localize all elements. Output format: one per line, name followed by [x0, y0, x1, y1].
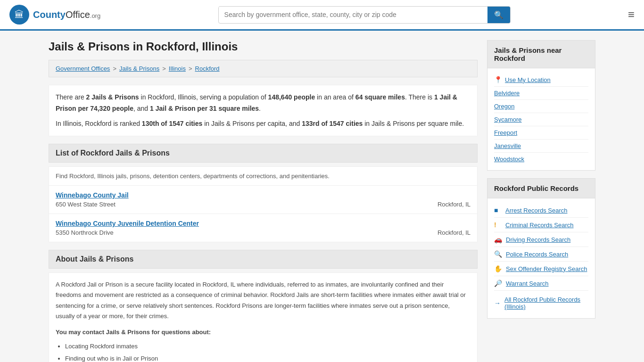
contact-heading: You may contact Jails & Prisons for ques… [56, 329, 211, 336]
location-sycamore: Sycamore [494, 113, 588, 126]
stats-paragraph-1: There are 2 Jails & Prisons in Rockford,… [56, 92, 471, 115]
all-records-row: → All Rockford Public Records (Illinois) [494, 293, 588, 313]
breadcrumb-rockford[interactable]: Rockford [195, 65, 220, 72]
location-woodstock: Woodstock [494, 153, 588, 165]
belvidere-link[interactable]: Belvidere [494, 90, 520, 97]
location-janesville: Janesville [494, 140, 588, 153]
arrest-icon: ■ [494, 206, 502, 214]
location-belvidere: Belvidere [494, 87, 588, 100]
site-header: 🏛 CountyOffice.org 🔍 ≡ [0, 0, 644, 31]
about-section-header: About Jails & Prisons [49, 250, 478, 269]
warrant-link[interactable]: Warrant Search [506, 280, 549, 287]
jail-city-1: Rockford, IL [438, 201, 471, 208]
freeport-link[interactable]: Freeport [494, 129, 517, 136]
stats-count: 2 [86, 93, 90, 101]
logo-text: CountyOffice.org [33, 9, 100, 20]
about-body: A Rockford Jail or Prison is a secure fa… [56, 280, 471, 321]
woodstock-link[interactable]: Woodstock [494, 156, 524, 163]
breadcrumb-sep-1: > [113, 65, 116, 72]
jails-nearby-content: 📍 Use My Location Belvidere Oregon Sycam… [487, 68, 595, 170]
stats-city: Rockford, Illinois [148, 93, 196, 101]
jails-nearby-title: Jails & Prisons near Rockford [487, 41, 595, 68]
stats-population: 148,640 people [268, 93, 315, 101]
jail-city-2: Rockford, IL [438, 229, 471, 236]
police-icon: 🔍 [494, 250, 502, 258]
stats-rank-sqmile: 133rd of 1547 cities [302, 120, 363, 127]
criminal-icon: ! [494, 221, 502, 229]
about-section: A Rockford Jail or Prison is a secure fa… [49, 272, 478, 362]
criminal-records-link[interactable]: Criminal Records Search [505, 222, 574, 229]
jail-entry-1: Winnebago County Jail 650 West State Str… [49, 186, 477, 214]
breadcrumb: Government Offices > Jails & Prisons > I… [49, 60, 478, 77]
jail-address-1: 650 West State Street [56, 201, 116, 208]
oregon-link[interactable]: Oregon [494, 103, 514, 110]
logo-icon: 🏛 [9, 5, 29, 25]
all-records-link[interactable]: All Rockford Public Records (Illinois) [504, 296, 588, 310]
contact-item-1: Locating Rockford inmates [65, 341, 471, 352]
jail-address-row-1: 650 West State Street Rockford, IL [56, 201, 471, 208]
jails-nearby-box: Jails & Prisons near Rockford 📍 Use My L… [487, 40, 595, 171]
breadcrumb-illinois[interactable]: Illinois [169, 65, 186, 72]
stats-per-sqmile: 1 Jail & Prison per 31 square miles [150, 105, 259, 112]
logo[interactable]: 🏛 CountyOffice.org [9, 5, 100, 25]
record-police: 🔍 Police Records Search [494, 247, 588, 262]
stats-section: There are 2 Jails & Prisons in Rockford,… [49, 85, 478, 136]
stats-category: Jails & Prisons [91, 93, 139, 101]
right-sidebar: Jails & Prisons near Rockford 📍 Use My L… [487, 40, 595, 362]
jail-address-row-2: 5350 Northrock Drive Rockford, IL [56, 229, 471, 236]
breadcrumb-jails-prisons[interactable]: Jails & Prisons [119, 65, 159, 72]
public-records-content: ■ Arrest Records Search ! Criminal Recor… [487, 198, 595, 318]
warrant-icon: 🔎 [494, 280, 502, 287]
contact-list: Locating Rockford inmates Finding out wh… [65, 341, 471, 362]
jail-entry-2: Winnebago County Juvenile Detention Cent… [49, 214, 477, 242]
use-location-row: 📍 Use My Location [494, 73, 588, 87]
sex-offender-link[interactable]: Sex Offender Registry Search [506, 265, 587, 272]
driving-records-link[interactable]: Driving Records Search [506, 236, 570, 243]
jails-intro: Find Rockford, Illinois jails, prisons, … [49, 167, 477, 186]
left-content: Jails & Prisons in Rockford, Illinois Go… [49, 40, 478, 362]
main-container: Jails & Prisons in Rockford, Illinois Go… [39, 31, 605, 362]
sex-offender-icon: ✋ [494, 265, 502, 272]
jail-name-1[interactable]: Winnebago County Jail [56, 191, 471, 199]
record-warrant: 🔎 Warrant Search [494, 276, 588, 291]
page-title: Jails & Prisons in Rockford, Illinois [49, 40, 478, 53]
sycamore-link[interactable]: Sycamore [494, 116, 522, 123]
stats-paragraph-2: In Illinois, Rockford is ranked 130th of… [56, 118, 471, 130]
record-criminal: ! Criminal Records Search [494, 218, 588, 232]
all-records-arrow-icon: → [494, 299, 501, 307]
contact-item-2: Finding out who is in Jail or Prison [65, 354, 471, 362]
use-location-link[interactable]: Use My Location [505, 76, 551, 83]
breadcrumb-sep-3: > [189, 65, 192, 72]
location-oregon: Oregon [494, 100, 588, 113]
search-button[interactable]: 🔍 [487, 7, 510, 23]
janesville-link[interactable]: Janesville [494, 142, 521, 149]
stats-area: 64 square miles [355, 93, 405, 101]
record-sex-offender: ✋ Sex Offender Registry Search [494, 262, 588, 276]
jails-section: Find Rockford, Illinois jails, prisons, … [49, 166, 478, 242]
location-freeport: Freeport [494, 126, 588, 140]
driving-icon: 🚗 [494, 236, 502, 243]
arrest-records-link[interactable]: Arrest Records Search [505, 207, 568, 214]
record-driving: 🚗 Driving Records Search [494, 232, 588, 247]
record-arrest: ■ Arrest Records Search [494, 203, 588, 218]
list-section-header: List of Rockford Jails & Prisons [49, 144, 478, 163]
location-pin-icon: 📍 [494, 76, 502, 83]
menu-icon[interactable]: ≡ [628, 8, 635, 21]
public-records-box: Rockford Public Records ■ Arrest Records… [487, 178, 595, 319]
search-input[interactable] [219, 7, 487, 22]
breadcrumb-gov-offices[interactable]: Government Offices [56, 65, 110, 72]
jail-name-2[interactable]: Winnebago County Juvenile Detention Cent… [56, 220, 471, 227]
search-bar: 🔍 [218, 6, 511, 24]
stats-rank-capita: 130th of 1547 cities [142, 120, 202, 127]
jail-address-2: 5350 Northrock Drive [56, 229, 114, 236]
police-records-link[interactable]: Police Records Search [506, 251, 568, 258]
breadcrumb-sep-2: > [162, 65, 166, 72]
public-records-title: Rockford Public Records [487, 179, 595, 198]
